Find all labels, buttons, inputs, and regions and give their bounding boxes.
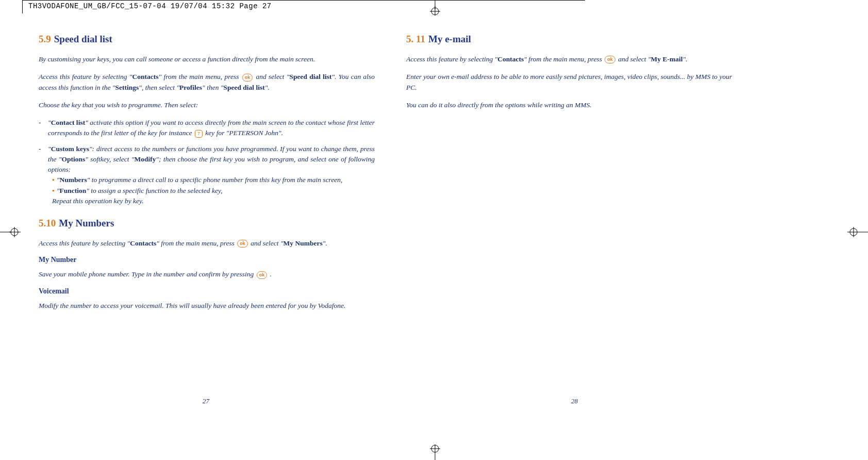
para: You can do it also directly from the opt… <box>406 100 742 110</box>
page-left: 5.9Speed dial list By customising your k… <box>39 34 375 318</box>
heading-5-10: 5.10My Numbers <box>39 218 375 229</box>
dash-icon: - <box>39 118 48 139</box>
page-right: 5. 11My e-mail Access this feature by se… <box>406 34 742 118</box>
list-item: - "Custom keys": direct access to the nu… <box>39 144 375 207</box>
header-tick <box>22 0 23 13</box>
para: Save your mobile phone number. Type in t… <box>39 269 375 280</box>
imposition-header: TH3VODAFONE_UM_GB/FCC_15-07-04 19/07/04 … <box>28 2 272 10</box>
heading-num: 5.10 <box>39 218 56 228</box>
page-number-right: 28 <box>571 397 578 405</box>
sub-list-item: Repeat this operation key by key. <box>48 196 375 206</box>
sub-heading: My Number <box>39 256 375 264</box>
list-item: - "Contact list" activate this option if… <box>39 118 375 139</box>
heading-5-9: 5.9Speed dial list <box>39 34 375 45</box>
ok-key-icon: ok <box>605 56 615 63</box>
crop-mark-bottom <box>425 445 445 460</box>
para: Enter your own e-mail address to be able… <box>406 72 742 93</box>
heading-title: My Numbers <box>59 218 114 228</box>
heading-num: 5. 11 <box>406 34 425 44</box>
page-number-left: 27 <box>203 397 209 405</box>
bullet-dot-icon: • <box>52 176 55 184</box>
para: Access this feature by selecting "Contac… <box>39 238 375 249</box>
para: Choose the key that you wish to programm… <box>39 100 375 110</box>
heading-title: Speed dial list <box>54 34 112 44</box>
header-rule <box>22 0 585 1</box>
heading-title: My e-mail <box>428 34 471 44</box>
dash-icon: - <box>39 144 48 207</box>
sub-heading: Voicemail <box>39 287 375 295</box>
para: By customising your keys, you can call s… <box>39 54 375 64</box>
ok-key-icon: ok <box>242 74 253 81</box>
para: Access this feature by selecting "Contac… <box>406 54 742 64</box>
crop-mark-top <box>425 0 445 15</box>
ok-key-icon: ok <box>257 271 268 279</box>
para: Modify the number to access your voicema… <box>39 301 375 311</box>
para: Access this feature by selecting "Contac… <box>39 72 375 93</box>
crop-mark-left <box>0 222 21 242</box>
ok-key-icon: ok <box>237 240 248 248</box>
heading-5-11: 5. 11My e-mail <box>406 34 742 45</box>
heading-num: 5.9 <box>39 34 51 44</box>
seven-key-icon: 7 <box>195 130 203 138</box>
sub-list-item: •"Function" to assign a specific functio… <box>48 186 375 196</box>
sub-list-item: •"Numbers" to programme a direct call to… <box>48 175 375 185</box>
crop-mark-right <box>847 222 868 242</box>
bullet-dot-icon: • <box>52 187 55 194</box>
